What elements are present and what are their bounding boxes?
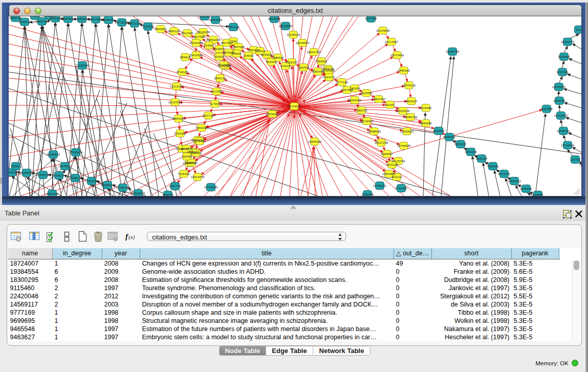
svg-text:9777169: 9777169 — [336, 81, 348, 84]
svg-text:1527602: 1527602 — [62, 17, 74, 20]
svg-text:8813054: 8813054 — [268, 17, 280, 20]
svg-text:9245652: 9245652 — [520, 187, 532, 190]
svg-text:8938923: 8938923 — [443, 136, 455, 139]
svg-text:15692921: 15692921 — [557, 129, 571, 133]
svg-text:745092: 745092 — [231, 52, 242, 55]
svg-text:7546: 7546 — [230, 40, 237, 43]
svg-text:12905135: 12905135 — [69, 177, 82, 180]
svg-text:15716485: 15716485 — [204, 186, 218, 189]
svg-text:15751074: 15751074 — [561, 40, 575, 43]
svg-text:9146821: 9146821 — [260, 53, 273, 56]
svg-text:9474444: 9474444 — [465, 150, 477, 154]
svg-text:1916682: 1916682 — [174, 132, 186, 135]
svg-text:1624554: 1624554 — [360, 92, 373, 95]
svg-text:1527602: 1527602 — [90, 18, 102, 21]
svg-text:9463627: 9463627 — [405, 100, 418, 103]
svg-text:11325419: 11325419 — [287, 33, 300, 36]
svg-text:485061: 485061 — [11, 165, 21, 168]
svg-text:2935114: 2935114 — [476, 157, 488, 160]
svg-text:23226058: 23226058 — [197, 31, 210, 34]
svg-text:16210643: 16210643 — [554, 114, 568, 117]
svg-text:115220: 115220 — [280, 64, 291, 68]
svg-text:7663822: 7663822 — [155, 28, 167, 31]
svg-text:9660124: 9660124 — [168, 30, 180, 33]
svg-text:16640910: 16640910 — [296, 41, 310, 45]
svg-text:16154838: 16154838 — [376, 29, 390, 32]
svg-text:(x): (x) — [128, 234, 135, 240]
svg-text:16782759: 16782759 — [116, 186, 130, 189]
svg-text:16958117: 16958117 — [101, 184, 115, 187]
svg-text:16120746: 16120746 — [391, 160, 405, 163]
svg-text:11156829: 11156829 — [20, 171, 33, 174]
svg-text:14136141: 14136141 — [373, 184, 387, 187]
svg-text:10053809: 10053809 — [209, 18, 223, 21]
svg-text:114519: 114519 — [54, 174, 64, 177]
svg-text:8912954: 8912954 — [181, 32, 193, 35]
svg-text:9353394: 9353394 — [195, 126, 208, 129]
svg-text:14495759: 14495759 — [404, 116, 418, 119]
svg-text:964831: 964831 — [214, 48, 225, 51]
svg-text:10688609: 10688609 — [367, 130, 381, 133]
svg-text:6679197: 6679197 — [454, 143, 467, 146]
svg-text:12213967: 12213967 — [385, 40, 399, 43]
svg-text:9427552: 9427552 — [210, 90, 223, 93]
svg-text:7632621: 7632621 — [487, 165, 499, 168]
svg-text:662041: 662041 — [266, 60, 277, 63]
svg-text:2037682: 2037682 — [365, 17, 377, 20]
svg-text:10973493: 10973493 — [390, 54, 404, 57]
svg-text:909140: 909140 — [30, 16, 40, 17]
svg-text:10654112: 10654112 — [508, 180, 521, 183]
svg-text:18300295: 18300295 — [266, 113, 279, 116]
svg-text:965779: 965779 — [163, 193, 173, 196]
svg-text:39154: 39154 — [9, 171, 16, 174]
svg-text:1621072: 1621072 — [323, 76, 335, 79]
svg-text:9115460: 9115460 — [420, 106, 432, 110]
svg-text:8678334: 8678334 — [193, 140, 206, 143]
svg-text:8242848: 8242848 — [217, 63, 230, 67]
svg-text:3267130: 3267130 — [202, 114, 214, 117]
svg-text:13975867: 13975867 — [58, 165, 72, 168]
svg-text:1640935: 1640935 — [432, 129, 445, 133]
svg-text:17359924: 17359924 — [69, 151, 83, 154]
svg-text:1292345: 1292345 — [46, 192, 58, 195]
svg-text:8471676: 8471676 — [498, 172, 510, 176]
svg-text:924565: 924565 — [533, 193, 543, 196]
svg-text:20364436: 20364436 — [348, 99, 362, 102]
svg-text:1005380: 1005380 — [199, 16, 211, 18]
svg-text:16756928: 16756928 — [397, 144, 411, 147]
svg-text:10719155: 10719155 — [115, 21, 129, 24]
svg-text:3498222: 3498222 — [190, 151, 202, 155]
svg-text:17016504: 17016504 — [561, 144, 575, 147]
svg-text:8215958: 8215958 — [540, 107, 553, 111]
svg-text:2803144: 2803144 — [214, 77, 226, 80]
svg-text:12975115: 12975115 — [402, 84, 416, 87]
svg-text:19654925: 19654925 — [172, 117, 186, 120]
svg-text:81863268: 81863268 — [207, 38, 221, 41]
svg-text:12093822: 12093822 — [552, 85, 566, 89]
svg-text:9184067: 9184067 — [381, 152, 393, 156]
svg-text:116753: 116753 — [570, 158, 580, 161]
svg-text:1244415: 1244415 — [553, 99, 565, 102]
svg-text:12923448: 12923448 — [132, 192, 145, 195]
svg-text:12213363: 12213363 — [170, 85, 184, 88]
svg-text:117006: 117006 — [210, 102, 220, 105]
svg-text:154906: 154906 — [243, 54, 254, 57]
svg-text:2718126: 2718126 — [176, 71, 188, 74]
svg-text:19384554: 19384554 — [308, 140, 322, 143]
svg-text:1112: 1112 — [576, 28, 581, 31]
svg-text:1713426: 1713426 — [395, 187, 407, 190]
svg-text:10653267: 10653267 — [75, 17, 89, 20]
svg-text:16671355: 16671355 — [128, 22, 142, 25]
svg-text:330916: 330916 — [214, 55, 225, 58]
svg-text:1292344: 1292344 — [361, 193, 374, 196]
svg-text:7515526: 7515526 — [142, 25, 154, 28]
svg-text:9327502: 9327502 — [193, 35, 205, 38]
svg-text:16648784: 16648784 — [446, 50, 460, 53]
svg-text:9227342: 9227342 — [556, 71, 569, 74]
svg-text:7625402: 7625402 — [178, 172, 190, 176]
svg-text:20206536: 20206536 — [47, 153, 60, 156]
svg-text:15720407: 15720407 — [360, 120, 374, 123]
svg-text:17957253: 17957253 — [85, 180, 99, 183]
svg-text:18307249: 18307249 — [375, 141, 388, 144]
svg-text:6466160: 6466160 — [102, 18, 115, 21]
